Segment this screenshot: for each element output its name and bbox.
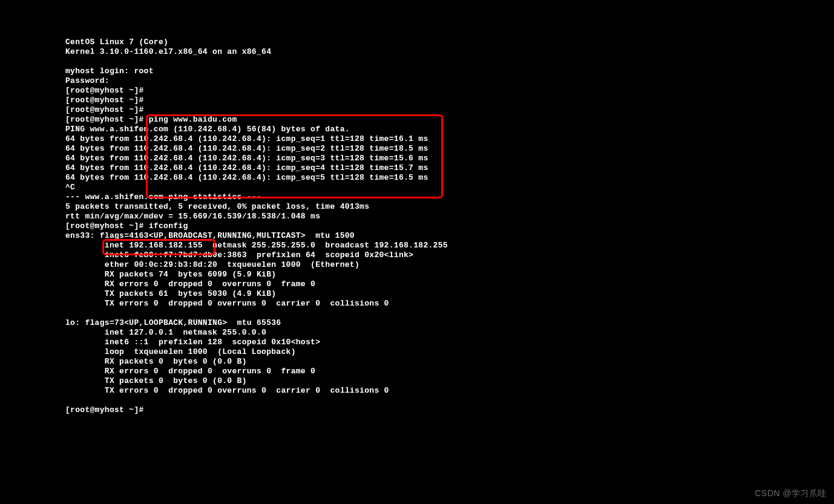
csdn-watermark: CSDN @学习爪哇 xyxy=(755,488,827,498)
terminal-output[interactable]: CentOS Linux 7 (Core) Kernel 3.10.0-1160… xyxy=(65,38,448,415)
